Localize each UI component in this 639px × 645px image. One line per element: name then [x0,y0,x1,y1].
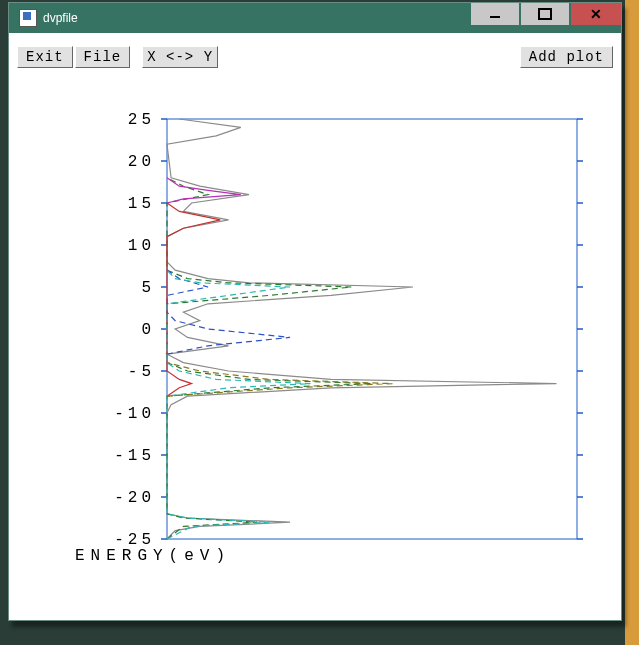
svg-rect-0 [167,119,577,539]
add-plot-button[interactable]: Add plot [520,46,613,68]
exit-button[interactable]: Exit [17,46,73,68]
close-button[interactable]: ✕ [571,3,621,25]
svg-text:25: 25 [128,111,155,129]
app-window: dvpfile ✕ Exit File X <-> Y Add plot 252… [8,2,622,621]
titlebar[interactable]: dvpfile ✕ [9,3,621,33]
minimize-button[interactable] [471,3,519,25]
svg-text:15: 15 [128,195,155,213]
app-icon [19,9,37,27]
svg-text:20: 20 [128,153,155,171]
maximize-button[interactable] [521,3,569,25]
svg-text:-20: -20 [114,489,155,507]
file-button[interactable]: File [75,46,131,68]
window-title: dvpfile [43,11,78,25]
dos-plot: 2520151050-5-10-15-20-25 [17,69,613,609]
plot-area[interactable]: 2520151050-5-10-15-20-25 ENERGY(eV) [17,69,613,612]
svg-text:0: 0 [141,321,155,339]
swap-xy-button[interactable]: X <-> Y [142,46,218,68]
window-controls: ✕ [471,3,621,33]
svg-text:-5: -5 [128,363,155,381]
svg-text:10: 10 [128,237,155,255]
svg-text:-15: -15 [114,447,155,465]
svg-text:-10: -10 [114,405,155,423]
svg-text:5: 5 [141,279,155,297]
x-axis-label: ENERGY(eV) [75,547,231,565]
